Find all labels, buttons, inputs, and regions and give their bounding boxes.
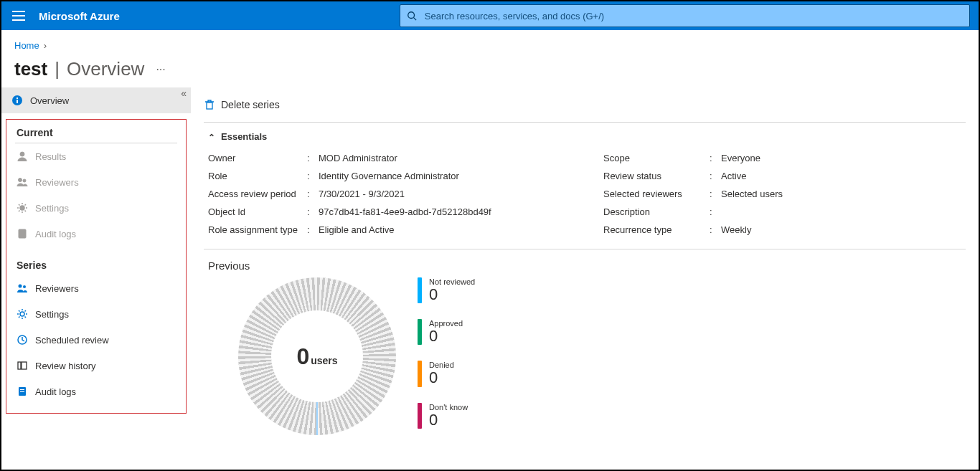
chevron-right-icon: › — [44, 40, 47, 51]
svg-point-16 — [23, 285, 26, 288]
people-icon — [17, 176, 28, 188]
kv-key-owner: Owner — [208, 153, 301, 163]
legend-item-dont-know: Don't know 0 — [418, 403, 475, 429]
hamburger-button[interactable] — [1, 1, 36, 30]
more-menu[interactable]: ··· — [151, 63, 165, 76]
kv-key-role: Role — [208, 171, 301, 181]
history-icon — [17, 360, 28, 371]
topbar: Microsoft Azure — [1, 1, 979, 30]
sidebar-item-reviewers-current[interactable]: Reviewers — [6, 169, 186, 195]
kv-key-reviewers: Selected reviewers — [603, 189, 704, 199]
svg-line-4 — [413, 18, 416, 21]
sidebar-item-label: Results — [35, 151, 66, 162]
legend-value: 0 — [429, 286, 475, 303]
legend-item-not-reviewed: Not reviewed 0 — [418, 277, 475, 303]
kv-val-recurrence: Weekly — [721, 224, 961, 235]
legend-value: 0 — [429, 411, 468, 429]
sidebar-item-label: Settings — [35, 309, 69, 320]
sidebar-item-label: Audit logs — [35, 386, 76, 397]
sidebar-item-review-history[interactable]: Review history — [6, 353, 186, 379]
svg-point-15 — [19, 285, 22, 288]
svg-rect-13 — [20, 232, 24, 232]
svg-rect-0 — [12, 11, 25, 12]
hamburger-icon — [12, 9, 25, 22]
toolbar-delete-label: Delete series — [221, 99, 280, 110]
sidebar-item-settings-series[interactable]: Settings — [6, 301, 186, 327]
sidebar-item-reviewers-series[interactable]: Reviewers — [6, 275, 186, 301]
svg-rect-1 — [12, 15, 25, 16]
trash-icon — [204, 99, 215, 110]
svg-point-8 — [20, 152, 24, 156]
donut-value: 0 — [296, 343, 309, 370]
sidebar-item-label: Review history — [35, 361, 96, 371]
svg-point-17 — [20, 312, 24, 316]
info-icon — [11, 95, 23, 106]
search-icon — [407, 11, 417, 21]
svg-point-3 — [408, 12, 415, 19]
kv-key-objectid: Object Id — [208, 206, 301, 217]
sidebar-item-auditlogs-current[interactable]: Audit logs — [6, 221, 186, 247]
collapse-sidebar-button[interactable]: « — [181, 87, 187, 99]
legend-swatch — [418, 403, 422, 429]
kv-val-reviewers: Selected users — [721, 189, 961, 199]
svg-rect-23 — [20, 391, 24, 392]
sidebar-item-scheduled-review[interactable]: Scheduled review — [6, 327, 186, 353]
toolbar: Delete series — [204, 87, 966, 119]
global-search[interactable] — [400, 4, 970, 27]
brand-label: Microsoft Azure — [36, 10, 134, 22]
svg-rect-20 — [22, 362, 27, 369]
svg-point-9 — [19, 179, 22, 182]
kv-val-status: Active — [721, 171, 961, 181]
log-icon — [17, 386, 28, 397]
main-content: Delete series ⌄ Essentials Owner:MOD Adm… — [191, 87, 979, 455]
svg-rect-22 — [20, 389, 24, 390]
breadcrumb: Home › — [14, 40, 967, 51]
kv-key-ratype: Role assignment type — [208, 224, 301, 235]
sidebar-item-overview[interactable]: Overview — [1, 87, 191, 113]
kv-key-scope: Scope — [603, 153, 704, 163]
sidebar-item-auditlogs-series[interactable]: Audit logs — [6, 379, 186, 404]
sidebar-item-label: Reviewers — [35, 283, 79, 294]
log-icon — [17, 228, 28, 239]
gear-icon — [17, 308, 28, 320]
essentials-label: Essentials — [221, 131, 267, 142]
page-header: Home › test | Overview ··· — [1, 30, 979, 87]
legend-label: Don't know — [429, 403, 468, 411]
kv-key-period: Access review period — [208, 189, 301, 199]
svg-point-11 — [20, 206, 24, 210]
svg-rect-6 — [17, 100, 18, 103]
legend-value: 0 — [429, 369, 454, 386]
svg-rect-19 — [18, 362, 21, 369]
kv-key-status: Review status — [603, 171, 704, 181]
donut-legend: Not reviewed 0 Approved 0 Denied 0 — [418, 277, 475, 429]
legend-item-denied: Denied 0 — [418, 361, 475, 386]
donut-unit: users — [311, 355, 337, 366]
svg-rect-24 — [207, 103, 212, 109]
kv-val-owner: MOD Administrator — [319, 153, 566, 163]
svg-rect-14 — [20, 234, 24, 234]
person-icon — [17, 151, 28, 162]
svg-point-10 — [23, 179, 26, 182]
essentials-toggle[interactable]: ⌄ Essentials — [204, 123, 966, 149]
clock-icon — [17, 334, 28, 346]
page-title-section: Overview — [67, 58, 144, 80]
previous-heading: Previous — [204, 249, 966, 276]
search-input[interactable] — [400, 4, 970, 27]
legend-item-approved: Approved 0 — [418, 319, 475, 345]
delete-series-button[interactable]: Delete series — [204, 99, 280, 110]
sidebar-header-series: Series — [6, 247, 186, 275]
gear-icon — [17, 202, 28, 214]
kv-val-period: 7/30/2021 - 9/3/2021 — [319, 189, 566, 199]
legend-value: 0 — [429, 328, 463, 345]
kv-val-role: Identity Governance Administrator — [319, 171, 566, 181]
sidebar: « Overview Current Results Reviewers — [1, 87, 191, 455]
sidebar-item-label: Audit logs — [35, 229, 76, 239]
sidebar-item-label: Scheduled review — [35, 335, 109, 346]
sidebar-item-label: Overview — [30, 95, 69, 106]
people-icon — [17, 282, 28, 294]
sidebar-item-results[interactable]: Results — [6, 143, 186, 169]
sidebar-header-current: Current — [6, 120, 186, 143]
breadcrumb-home[interactable]: Home — [14, 40, 39, 51]
sidebar-item-settings-current[interactable]: Settings — [6, 195, 186, 221]
chart-area: 0 users Not reviewed 0 Approved — [204, 276, 966, 435]
